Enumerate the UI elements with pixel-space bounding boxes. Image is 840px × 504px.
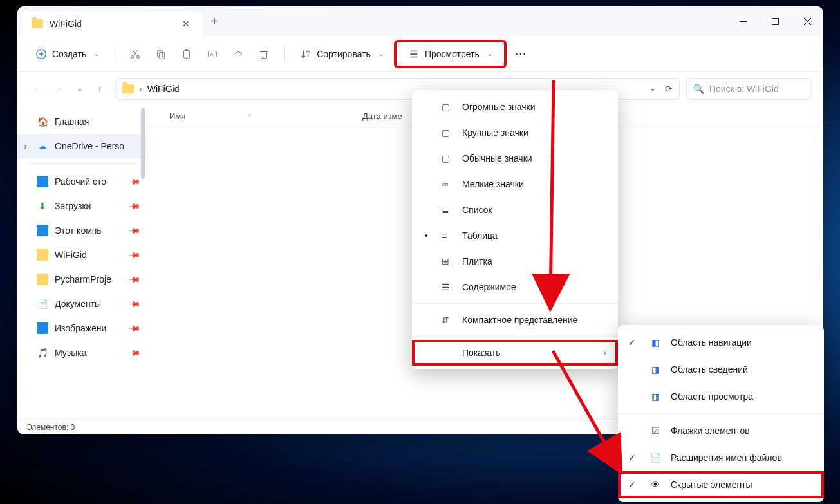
panel-left-icon: ◧: [649, 337, 662, 348]
up-button[interactable]: ↑: [91, 80, 109, 98]
svg-point-8: [137, 55, 140, 58]
breadcrumb-item[interactable]: WiFiGid: [147, 84, 180, 94]
sidebar-item-pictures[interactable]: Изображени📌: [17, 316, 146, 341]
view-list-icon: [408, 48, 420, 60]
new-button[interactable]: Создать ⌄: [29, 44, 106, 64]
sidebar-item-thispc[interactable]: Этот компь📌: [17, 218, 146, 243]
menu-small-icons[interactable]: ▫▫Мелкие значки: [412, 171, 618, 197]
sidebar-item-desktop[interactable]: Рабочий сто📌: [17, 169, 146, 194]
sidebar-label: WiFiGid: [55, 250, 87, 260]
sidebar-label: OneDrive - Perso: [55, 141, 124, 151]
cut-button[interactable]: [124, 44, 146, 64]
titlebar: WiFiGid ✕ +: [17, 6, 823, 36]
tab-close-button[interactable]: ✕: [178, 17, 194, 30]
music-icon: 🎵: [37, 347, 48, 359]
clipboard-icon: [181, 48, 192, 60]
menu-content[interactable]: ☰Содержимое: [412, 274, 618, 300]
menu-medium-icons[interactable]: ▢Обычные значки: [412, 145, 618, 171]
sidebar-scrollbar[interactable]: [140, 108, 146, 416]
scrollbar-thumb[interactable]: [141, 108, 145, 179]
maximize-button[interactable]: [759, 6, 791, 36]
sidebar-item-wifigid[interactable]: WiFiGid📌: [17, 243, 146, 267]
submenu-item-checkboxes[interactable]: ☑Флажки элементов: [618, 417, 824, 444]
menu-large-icons[interactable]: ▢Крупные значки: [412, 120, 618, 145]
svg-rect-13: [184, 50, 190, 58]
separator: [284, 46, 285, 62]
paste-button[interactable]: [176, 44, 198, 64]
submenu-preview-pane[interactable]: ▥Область просмотра: [618, 383, 824, 410]
compact-icon: ⇵: [442, 315, 454, 325]
sort-button[interactable]: Сортировать ⌄: [294, 44, 390, 64]
grid-small-icon: ▫▫: [442, 179, 454, 189]
breadcrumb-separator: ›: [139, 84, 142, 94]
window-controls: [727, 6, 823, 36]
plus-circle-icon: [35, 48, 47, 60]
column-name-label: Имя: [169, 111, 185, 121]
submenu-hidden-items[interactable]: ✓👁Скрытые элементы: [618, 471, 824, 498]
toolbar: Создать ⌄ A Сортировать ⌄ Просмотреть ⌄ …: [17, 36, 823, 72]
tab-active[interactable]: WiFiGid ✕: [23, 12, 203, 36]
highlight-view-button: Просмотреть ⌄: [394, 40, 507, 68]
new-tab-button[interactable]: +: [203, 14, 226, 29]
close-button[interactable]: [791, 6, 823, 36]
address-dropdown-button[interactable]: ⌄: [649, 84, 656, 94]
tiles-icon: ⊞: [442, 256, 454, 266]
folder-icon: [122, 84, 134, 93]
delete-button[interactable]: [253, 44, 275, 64]
share-button[interactable]: [227, 44, 249, 64]
column-modified[interactable]: Дата изме: [362, 111, 402, 121]
svg-rect-1: [772, 18, 778, 24]
sidebar-label: Изображени: [55, 323, 106, 333]
sidebar-item-documents[interactable]: 📄Документы📌: [17, 292, 146, 316]
menu-separator: [412, 336, 618, 337]
submenu-navigation-pane[interactable]: ✓◧Область навигации: [618, 329, 824, 356]
submenu-file-extensions[interactable]: ✓📄Расширения имен файлов: [618, 444, 824, 471]
menu-extra-large-icons[interactable]: ▢Огромные значки: [412, 94, 618, 120]
desktop-icon: [37, 176, 48, 187]
sort-indicator-icon: ⌃: [247, 113, 252, 120]
copy-button[interactable]: [150, 44, 172, 64]
more-button[interactable]: ···: [510, 44, 532, 64]
refresh-button[interactable]: ⟳: [665, 84, 673, 94]
submenu-details-pane[interactable]: ◨Область сведений: [618, 356, 824, 383]
menu-list[interactable]: ≣Список: [412, 197, 618, 223]
menu-compact-view[interactable]: ⇵Компактное представление: [412, 307, 618, 333]
back-button[interactable]: ←: [29, 80, 47, 98]
sidebar-separator: [26, 163, 137, 164]
details-icon: ≡: [442, 230, 454, 241]
sidebar-item-downloads[interactable]: ⬇Загрузки📌: [17, 194, 146, 218]
chevron-down-icon: ⌄: [378, 50, 384, 57]
sidebar-item-music[interactable]: 🎵Музыка📌: [17, 341, 146, 365]
panel-right-icon: ◨: [649, 364, 662, 375]
tab-title: WiFiGid: [50, 19, 172, 29]
sidebar-item-pycharm[interactable]: PycharmProje📌: [17, 267, 146, 292]
picture-icon: [37, 322, 48, 334]
check-icon: ✓: [628, 337, 636, 348]
grid-icon: ▢: [442, 153, 454, 163]
list-icon: ≣: [442, 205, 454, 215]
sidebar-item-home[interactable]: 🏠 Главная: [17, 109, 146, 134]
recent-button[interactable]: ⌄: [70, 80, 88, 98]
sidebar-label: Главная: [55, 117, 89, 127]
check-icon: ✓: [628, 480, 636, 490]
sort-icon: [300, 48, 312, 60]
sidebar-label: Рабочий сто: [55, 176, 106, 187]
sidebar-item-onedrive[interactable]: ☁ OneDrive - Perso: [17, 134, 146, 158]
menu-show[interactable]: Показать›: [412, 340, 618, 366]
column-name[interactable]: Имя ⌃: [169, 111, 362, 121]
forward-button[interactable]: →: [50, 80, 68, 98]
scissors-icon: [129, 48, 141, 60]
chevron-down-icon: ⌄: [487, 50, 492, 57]
folder-icon: [37, 274, 48, 285]
search-placeholder: Поиск в: WiFiGid: [709, 84, 779, 94]
selected-bullet-icon: •: [425, 230, 428, 241]
view-button[interactable]: Просмотреть ⌄: [402, 44, 499, 64]
search-box[interactable]: 🔍 Поиск в: WiFiGid: [686, 78, 812, 100]
rename-button[interactable]: A: [201, 44, 223, 64]
menu-details[interactable]: •≡Таблица: [412, 223, 618, 248]
svg-point-7: [131, 55, 134, 58]
home-icon: 🏠: [37, 116, 48, 127]
minimize-button[interactable]: [727, 6, 759, 36]
menu-tiles[interactable]: ⊞Плитка: [412, 248, 618, 274]
sidebar-label: Музыка: [55, 348, 87, 358]
